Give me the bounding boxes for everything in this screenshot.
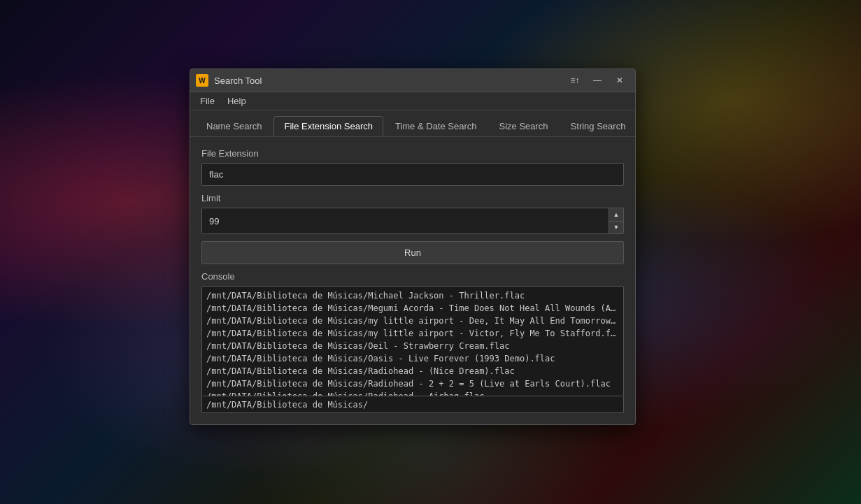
menu-file[interactable]: File — [194, 94, 220, 108]
list-item: /mnt/DATA/Biblioteca de Músicas/Oasis - … — [206, 352, 619, 365]
spinbox-down-button[interactable]: ▼ — [609, 221, 623, 233]
extension-section: File Extension — [201, 148, 624, 186]
console-section: Console /mnt/DATA/Biblioteca de Músicas/… — [201, 271, 624, 413]
run-button[interactable]: Run — [201, 241, 624, 264]
sort-button[interactable]: ≡↑ — [565, 73, 585, 87]
app-icon: W — [196, 74, 208, 87]
list-item: /mnt/DATA/Biblioteca de Músicas/Radiohea… — [206, 365, 619, 377]
console-footer-text: /mnt/DATA/Biblioteca de Músicas/ — [206, 400, 368, 410]
tab-string-search[interactable]: String Search — [560, 116, 636, 136]
menubar: File Help — [190, 92, 635, 110]
close-button[interactable]: ✕ — [610, 73, 629, 87]
window-controls: ≡↑ — ✕ — [565, 73, 629, 87]
tab-content: File Extension Limit ▲ ▼ Run Console /mn… — [190, 137, 635, 424]
console-footer: /mnt/DATA/Biblioteca de Músicas/ — [201, 396, 624, 413]
console-output[interactable]: /mnt/DATA/Biblioteca de Músicas/Michael … — [201, 286, 624, 396]
list-item: /mnt/DATA/Biblioteca de Músicas/Radiohea… — [206, 377, 619, 390]
menu-help[interactable]: Help — [222, 94, 252, 108]
tab-name-search[interactable]: Name Search — [196, 116, 272, 136]
extension-label: File Extension — [201, 148, 624, 159]
tab-size-search[interactable]: Size Search — [489, 116, 559, 136]
extension-input[interactable] — [201, 163, 624, 186]
list-item: /mnt/DATA/Biblioteca de Músicas/Megumi A… — [206, 302, 619, 315]
spinbox-buttons: ▲ ▼ — [609, 208, 623, 233]
list-item: /mnt/DATA/Biblioteca de Músicas/my littl… — [206, 327, 619, 340]
tab-time-date-search[interactable]: Time & Date Search — [385, 116, 488, 136]
list-item: /mnt/DATA/Biblioteca de Músicas/Radiohea… — [206, 390, 619, 396]
search-tool-window: W Search Tool ≡↑ — ✕ File Help Name Sear… — [190, 69, 636, 425]
list-item: /mnt/DATA/Biblioteca de Músicas/Michael … — [206, 289, 619, 302]
limit-label: Limit — [201, 193, 624, 203]
list-item: /mnt/DATA/Biblioteca de Músicas/my littl… — [206, 315, 619, 327]
limit-section: Limit ▲ ▼ — [201, 193, 624, 234]
console-label: Console — [201, 271, 624, 282]
limit-spinbox: ▲ ▼ — [201, 208, 624, 234]
spinbox-up-button[interactable]: ▲ — [609, 208, 623, 221]
list-item: /mnt/DATA/Biblioteca de Músicas/Oeil - S… — [206, 340, 619, 352]
limit-input[interactable] — [202, 208, 609, 233]
window-title: Search Tool — [214, 75, 565, 86]
titlebar: W Search Tool ≡↑ — ✕ — [190, 69, 635, 92]
tab-file-ext-search[interactable]: File Extension Search — [273, 116, 383, 136]
tabs-row: Name Search File Extension Search Time &… — [190, 110, 635, 137]
minimize-button[interactable]: — — [588, 73, 607, 87]
